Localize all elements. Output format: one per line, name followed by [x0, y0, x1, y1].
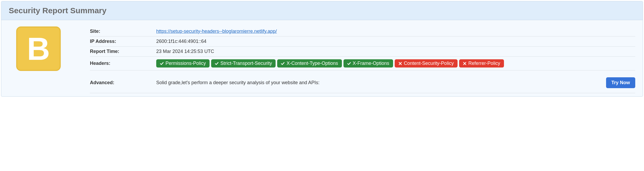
- advanced-text: Solid grade,let's perform a deeper secur…: [156, 80, 320, 86]
- header-pill-label: Content-Security-Policy: [404, 60, 454, 66]
- panel-title: Security Report Summary: [9, 6, 635, 15]
- headers-pill-container: Permissions-PolicyStrict-Transport-Secur…: [156, 59, 635, 68]
- row-site: Site: https://setup-security-headers--bl…: [90, 26, 635, 37]
- grade-letter: B: [27, 33, 50, 65]
- header-pill: Strict-Transport-Security: [211, 59, 276, 68]
- check-icon: [281, 62, 285, 65]
- label-headers: Headers:: [90, 61, 156, 66]
- value-ip: 2600:1f1c:446:4901::64: [156, 39, 635, 44]
- header-pill: Referrer-Policy: [459, 59, 504, 68]
- check-icon: [160, 62, 164, 65]
- header-pill-label: X-Frame-Options: [353, 60, 389, 66]
- header-pill: X-Content-Type-Options: [277, 59, 342, 68]
- security-report-panel: Security Report Summary B Site: https://…: [1, 1, 643, 97]
- site-link[interactable]: https://setup-security-headers--bloglaro…: [156, 29, 277, 34]
- header-pill: X-Frame-Options: [343, 59, 393, 68]
- header-pill-label: X-Content-Type-Options: [286, 60, 338, 66]
- value-time: 23 Mar 2024 14:25:53 UTC: [156, 49, 635, 54]
- header-pill-label: Referrer-Policy: [468, 60, 500, 66]
- value-advanced: Solid grade,let's perform a deeper secur…: [156, 77, 635, 88]
- label-site: Site:: [90, 29, 156, 34]
- header-pill-label: Strict-Transport-Security: [220, 60, 272, 66]
- header-pill-label: Permissions-Policy: [166, 60, 206, 66]
- row-time: Report Time: 23 Mar 2024 14:25:53 UTC: [90, 47, 635, 57]
- row-headers: Headers: Permissions-PolicyStrict-Transp…: [90, 57, 635, 70]
- row-ip: IP Address: 2600:1f1c:446:4901::64: [90, 37, 635, 47]
- header-pill: Content-Security-Policy: [395, 59, 458, 68]
- check-icon: [347, 62, 351, 65]
- row-advanced: Advanced: Solid grade,let's perform a de…: [90, 70, 635, 93]
- cross-icon: [463, 62, 467, 65]
- label-time: Report Time:: [90, 49, 156, 54]
- check-icon: [215, 62, 219, 65]
- value-site: https://setup-security-headers--bloglaro…: [156, 29, 635, 34]
- panel-body: B Site: https://setup-security-headers--…: [1, 20, 643, 96]
- panel-header: Security Report Summary: [1, 1, 643, 20]
- details-table: Site: https://setup-security-headers--bl…: [90, 26, 635, 93]
- label-ip: IP Address:: [90, 39, 156, 44]
- grade-badge: B: [16, 26, 61, 71]
- try-now-button[interactable]: Try Now: [606, 77, 635, 88]
- label-advanced: Advanced:: [90, 80, 156, 86]
- header-pill: Permissions-Policy: [156, 59, 210, 68]
- cross-icon: [398, 62, 402, 65]
